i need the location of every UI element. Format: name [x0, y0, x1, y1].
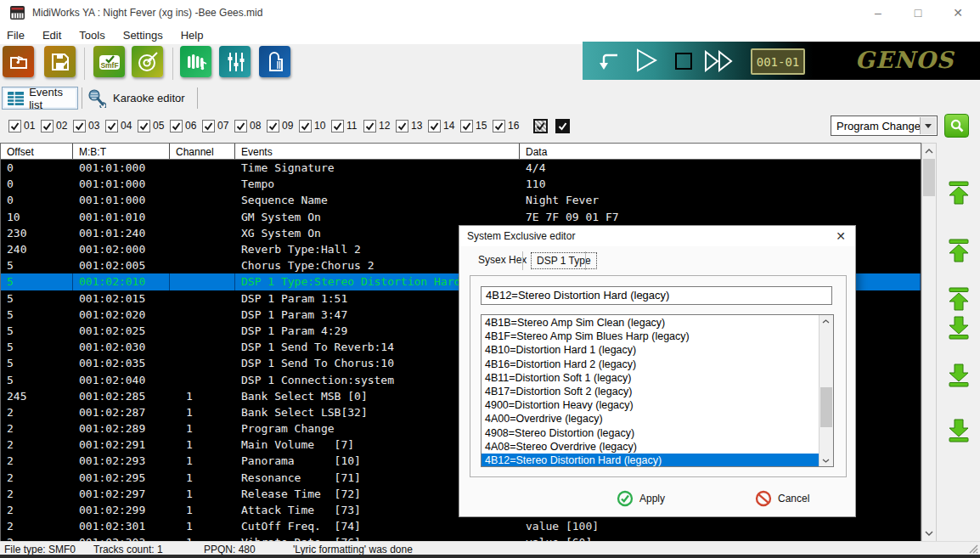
event-row[interactable]: 0001:01:000Tempo110 [1, 176, 921, 192]
dialog-tab-dsp1-type[interactable]: DSP 1 Type [531, 252, 597, 269]
event-row[interactable]: 0001:01:000Time Signature4/4 [1, 160, 921, 176]
mixer-button[interactable] [219, 46, 251, 77]
channel-checkbox-15[interactable] [460, 120, 473, 132]
channel-checkbox-13[interactable] [396, 120, 408, 132]
channel-checkbox-11[interactable] [331, 120, 344, 132]
column-header-offset[interactable]: Offset [1, 144, 73, 159]
move-up-page-button[interactable] [945, 238, 972, 263]
stop-button[interactable] [674, 52, 693, 74]
menu-help[interactable]: Help [181, 29, 204, 42]
tab-events-list[interactable]: Events list [2, 87, 78, 110]
list-item[interactable]: 4B17=Distortion Soft 2 (legacy) [482, 385, 819, 398]
scroll-up-icon[interactable] [922, 144, 936, 158]
tab-separator [82, 87, 82, 109]
play-button[interactable] [634, 48, 659, 76]
channel-label-11: 11 [346, 120, 357, 132]
dsp-type-listbox[interactable]: 4B1B=Stereo Amp Sim Clean (legacy)4B1F=S… [481, 314, 834, 467]
tab-separator [197, 87, 198, 109]
scroll-up-icon[interactable] [819, 315, 832, 327]
channel-label-04: 04 [121, 120, 132, 132]
list-item[interactable]: 4A08=Stereo Overdrive (legacy) [482, 440, 819, 454]
dialog-close-button[interactable]: ✕ [833, 228, 848, 244]
open-folder-icon [8, 51, 30, 73]
column-header-mbt[interactable]: M:B:T [73, 144, 170, 159]
events-table-header: Offset M:B:T Channel Events Data [0, 143, 921, 160]
menu-file[interactable]: File [7, 29, 25, 42]
menu-tools[interactable]: Tools [79, 29, 104, 42]
column-header-events[interactable]: Events [235, 144, 520, 159]
extra-checkbox-2[interactable] [555, 119, 570, 133]
scrollbar-thumb[interactable] [820, 387, 832, 426]
search-button[interactable] [944, 114, 969, 138]
event-filter-dropdown[interactable]: Program Change [831, 116, 938, 136]
table-vertical-scrollbar[interactable] [921, 143, 937, 542]
channel-checkbox-16[interactable] [493, 120, 505, 132]
channel-checkbox-07[interactable] [202, 120, 215, 132]
xylophone-icon [184, 50, 208, 74]
loop-button[interactable] [596, 49, 622, 76]
loop-icon [596, 49, 622, 72]
channel-label-12: 12 [379, 120, 390, 132]
extra-checkbox-1[interactable] [533, 119, 548, 133]
scroll-down-icon[interactable] [819, 454, 832, 466]
channel-checkbox-10[interactable] [299, 120, 312, 132]
smf-format-button[interactable]: SmfF [93, 46, 125, 77]
list-item[interactable]: 4B16=Distortion Hard 2 (legacy) [482, 358, 819, 371]
channel-checkbox-01[interactable] [8, 120, 21, 132]
maximize-button[interactable]: □ [898, 0, 938, 25]
list-item[interactable]: 4900=Distortion Heavy (legacy) [482, 398, 819, 412]
channel-checkbox-09[interactable] [267, 120, 279, 132]
list-item[interactable]: 4B12=Stereo Distortion Hard (legacy) [482, 454, 819, 467]
minimize-button[interactable]: – [859, 0, 898, 25]
piano-icon [263, 50, 287, 74]
close-button[interactable]: ✕ [938, 0, 977, 25]
list-item[interactable]: 4B11=Distortion Soft 1 (legacy) [482, 371, 819, 385]
list-item[interactable]: 4B1B=Stereo Amp Sim Clean (legacy) [482, 316, 819, 330]
column-header-channel[interactable]: Channel [170, 144, 235, 159]
column-header-data[interactable]: Data [520, 144, 921, 159]
cancel-button[interactable]: Cancel [755, 490, 809, 507]
event-row[interactable]: 0001:01:000Sequence NameNight Fever [1, 192, 921, 208]
channel-checkbox-14[interactable] [428, 120, 441, 132]
save-file-button[interactable] [44, 46, 76, 77]
scrollbar-thumb[interactable] [923, 159, 935, 196]
move-to-bottom-button[interactable] [945, 418, 972, 443]
tab-karaoke-editor[interactable]: Karaoke editor [87, 87, 185, 110]
scroll-down-icon[interactable] [922, 527, 936, 540]
move-down-button[interactable] [945, 315, 972, 341]
dsp-type-value-field[interactable]: 4B12=Stereo Distortion Hard (legacy) [481, 286, 832, 305]
channel-checkbox-06[interactable] [170, 120, 183, 132]
channel-checkbox-04[interactable] [105, 120, 118, 132]
apply-button[interactable]: Apply [617, 490, 665, 507]
arrow-down-bar-icon [946, 315, 972, 341]
arrow-down-bar-icon [946, 363, 972, 388]
channel-checkbox-02[interactable] [41, 120, 54, 132]
save-floppy-icon [49, 51, 71, 73]
channel-checkbox-08[interactable] [234, 120, 247, 132]
move-to-top-button[interactable] [945, 180, 972, 206]
event-row[interactable]: 10001:01:010GM System On7E 7F 09 01 F7 [1, 209, 921, 225]
list-item[interactable]: 4A00=Overdrive (legacy) [482, 412, 819, 426]
list-item[interactable]: 4B10=Distortion Hard 1 (legacy) [482, 343, 819, 357]
list-item[interactable]: 4B1F=Stereo Amp Sim Blues Harp (legacy) [482, 330, 819, 343]
target-settings-button[interactable] [132, 46, 163, 77]
channel-checkbox-12[interactable] [363, 120, 376, 132]
move-down-page-button[interactable] [945, 363, 972, 388]
resize-grip-icon[interactable] [969, 544, 978, 554]
fast-forward-button[interactable] [703, 50, 739, 76]
listbox-scrollbar[interactable] [819, 315, 833, 466]
list-item[interactable]: 4908=Stereo Distortion (legacy) [482, 426, 819, 440]
menu-edit[interactable]: Edit [42, 29, 61, 42]
dropdown-arrow-icon[interactable] [920, 117, 936, 134]
apply-check-icon [617, 490, 634, 507]
move-up-button[interactable] [945, 286, 972, 312]
piano-button[interactable] [259, 46, 290, 77]
instruments-button[interactable] [180, 46, 211, 77]
menu-settings[interactable]: Settings [123, 29, 163, 42]
event-row[interactable]: 2001:02:3011CutOff Freq. [74]value [100] [1, 518, 921, 534]
sysex-editor-dialog: System Exclusive editor ✕ Sysex Hex DSP … [459, 225, 856, 517]
channel-checkbox-05[interactable] [138, 120, 150, 132]
search-icon [949, 118, 965, 133]
open-file-button[interactable] [3, 46, 34, 77]
channel-checkbox-03[interactable] [73, 120, 86, 132]
